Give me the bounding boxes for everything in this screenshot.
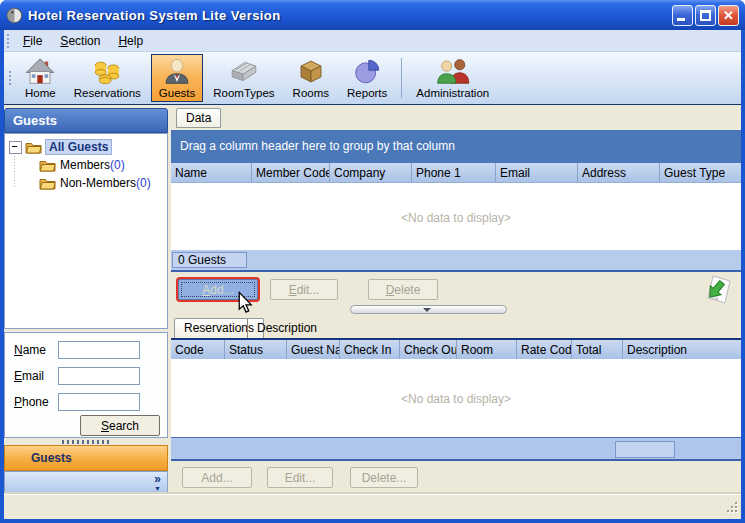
edit-guest-button[interactable]: Edit...: [270, 279, 338, 300]
collapse-icon[interactable]: [9, 141, 22, 154]
tree-item-non-members[interactable]: Non-Members(0): [5, 174, 167, 192]
close-button[interactable]: [718, 5, 739, 26]
sidebar: Guests All Guests Members(0) Non-Members…: [4, 105, 168, 494]
green-arrow-document-icon[interactable]: [696, 272, 736, 312]
guest-person-icon: [162, 57, 192, 86]
edit-reservation-button[interactable]: Edit...: [267, 467, 333, 488]
name-field[interactable]: [58, 341, 140, 359]
column-header-check-in[interactable]: Check In: [340, 340, 400, 359]
column-header-code[interactable]: Code: [171, 340, 225, 359]
guest-count-badge: 0 Guests: [172, 252, 247, 268]
group-by-bar[interactable]: Drag a column header here to group by th…: [171, 130, 741, 163]
tree-item-label: All Guests: [45, 139, 112, 155]
guest-grid-status-bar: 0 Guests: [171, 250, 741, 272]
home-icon: [25, 57, 55, 86]
column-header-room[interactable]: Room: [457, 340, 517, 359]
guest-grid-body: <No data to display>: [171, 183, 741, 250]
main-area: Data Drag a column header here to group …: [171, 105, 741, 494]
column-header-name[interactable]: Name: [171, 163, 252, 182]
column-header-email[interactable]: Email: [496, 163, 578, 182]
menu-help[interactable]: Help: [109, 31, 152, 51]
guest-actions-row: Add... Edit... Delete: [171, 272, 741, 318]
folder-icon: [39, 177, 56, 190]
application-window: Hotel Reservation System Lite Version Fi…: [0, 0, 745, 523]
email-field[interactable]: [58, 367, 140, 385]
title-bar: Hotel Reservation System Lite Version: [0, 0, 745, 30]
email-label: Email: [14, 369, 58, 383]
phone-label: Phone: [14, 395, 58, 409]
column-header-description[interactable]: Description: [623, 340, 741, 359]
name-label: Name: [14, 343, 58, 357]
box-icon: [296, 57, 326, 86]
member-count: (0): [136, 176, 151, 190]
column-header-phone1[interactable]: Phone 1: [412, 163, 496, 182]
menu-bar: File Section Help: [4, 30, 741, 52]
menu-file[interactable]: File: [14, 31, 51, 51]
navbar-group-guests[interactable]: Guests: [4, 445, 168, 471]
search-button[interactable]: Search: [80, 415, 160, 436]
delete-reservation-button[interactable]: Delete...: [350, 467, 418, 488]
column-header-company[interactable]: Company: [330, 163, 412, 182]
column-header-address[interactable]: Address: [578, 163, 660, 182]
status-bar: [4, 494, 741, 519]
room-types-icon: [229, 57, 259, 86]
toolbar-roomtypes-button[interactable]: RoomTypes: [205, 54, 282, 102]
window-title: Hotel Reservation System Lite Version: [28, 8, 670, 23]
pie-chart-icon: [352, 57, 382, 86]
maximize-button[interactable]: [695, 5, 716, 26]
folder-icon: [25, 141, 42, 154]
sidebar-header: Guests: [4, 108, 168, 133]
resize-grip-icon[interactable]: [726, 501, 739, 517]
sidebar-splitter-handle[interactable]: [62, 440, 112, 444]
phone-field[interactable]: [58, 393, 140, 411]
empty-data-message: <No data to display>: [171, 359, 741, 406]
main-toolbar: Home Reservations Guests RoomTypes Rooms…: [4, 52, 741, 105]
toolbar-reservations-button[interactable]: Reservations: [66, 54, 149, 102]
column-header-total[interactable]: Total: [572, 340, 623, 359]
navbar-overflow-button[interactable]: » ▼: [154, 474, 161, 493]
tree-item-label: Non-Members(0): [60, 176, 151, 190]
horizontal-splitter-handle[interactable]: [350, 305, 507, 314]
toolbar-guests-button[interactable]: Guests: [151, 54, 203, 102]
toolbar-rooms-button[interactable]: Rooms: [285, 54, 337, 102]
tab-description[interactable]: Description: [247, 319, 326, 338]
toolbar-grip-icon: [9, 71, 11, 85]
people-icon: [435, 57, 471, 86]
column-header-rate-code[interactable]: Rate Code: [517, 340, 572, 359]
column-header-member-code[interactable]: Member Code: [252, 163, 330, 182]
minimize-button[interactable]: [672, 5, 693, 26]
coins-icon: [92, 57, 122, 86]
add-reservation-button[interactable]: Add...: [182, 467, 252, 488]
reservation-grid-status-bar: [171, 437, 741, 461]
app-icon: [6, 7, 23, 24]
reservation-grid-body: <No data to display>: [171, 359, 741, 437]
reservation-actions-row: Add... Edit... Delete...: [171, 461, 741, 494]
toolbar-administration-button[interactable]: Administration: [408, 54, 497, 102]
column-header-guest-name[interactable]: Guest Name: [287, 340, 340, 359]
guest-grid-header: Name Member Code Company Phone 1 Email A…: [171, 163, 741, 183]
delete-guest-button[interactable]: Delete: [368, 279, 438, 300]
empty-data-message: <No data to display>: [171, 183, 741, 225]
maximize-icon: [700, 10, 711, 21]
tree-item-all-guests[interactable]: All Guests: [5, 138, 167, 156]
guest-tree: All Guests Members(0) Non-Members(0): [4, 133, 168, 329]
toolbar-reports-button[interactable]: Reports: [339, 54, 395, 102]
toolbar-separator: [401, 58, 402, 98]
chevron-right-icon: »: [154, 474, 161, 485]
minimize-icon: [677, 18, 685, 21]
reservation-grid-header: Code Status Guest Name Check In Check Ou…: [171, 338, 741, 359]
status-panel-box: [615, 441, 675, 458]
guest-search-panel: Name Email Phone Search: [4, 332, 168, 438]
column-header-check-out[interactable]: Check Out: [400, 340, 457, 359]
tree-item-label: Members(0): [60, 158, 125, 172]
column-header-status[interactable]: Status: [225, 340, 287, 359]
mouse-cursor: [238, 291, 253, 318]
menu-section[interactable]: Section: [51, 31, 109, 51]
toolbar-home-button[interactable]: Home: [17, 54, 64, 102]
member-count: (0): [110, 158, 125, 172]
menu-grip-icon: [7, 34, 9, 48]
tree-item-members[interactable]: Members(0): [5, 156, 167, 174]
tab-data[interactable]: Data: [176, 108, 221, 128]
folder-icon: [39, 159, 56, 172]
column-header-guest-type[interactable]: Guest Type: [660, 163, 741, 182]
